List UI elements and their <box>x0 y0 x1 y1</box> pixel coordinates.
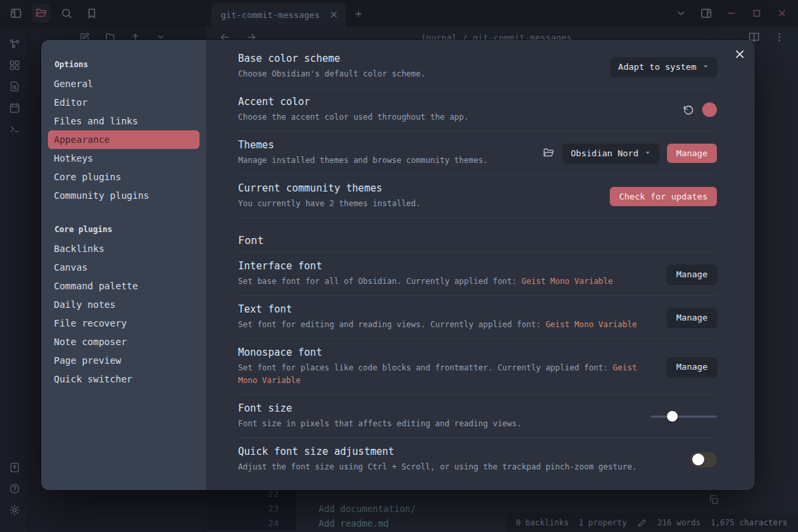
nav-item-file-recovery[interactable]: File recovery <box>48 314 200 332</box>
open-themes-folder-icon[interactable] <box>543 147 555 159</box>
desc-text: Set base font for all of Obsidian. Curre… <box>238 277 521 286</box>
nav-item-canvas[interactable]: Canvas <box>48 258 200 277</box>
setting-interface-font: Interface font Set base font for all of … <box>238 252 717 295</box>
nav-item-note-composer[interactable]: Note composer <box>48 332 200 351</box>
setting-monospace-font: Monospace font Set font for places like … <box>238 338 717 394</box>
settings-content: Base color scheme Choose Obsidian's defa… <box>206 40 755 490</box>
nav-item-quick-switcher[interactable]: Quick switcher <box>48 370 200 388</box>
setting-themes: Themes Manage installed themes and brows… <box>238 131 717 174</box>
setting-current-community-themes: Current community themes You currently h… <box>238 174 717 217</box>
setting-name: Interface font <box>238 260 613 273</box>
nav-item-general[interactable]: General <box>48 74 200 93</box>
applied-font-name: Geist Mono Variable <box>545 320 636 329</box>
dropdown-value: Obsidian Nord <box>571 148 638 158</box>
setting-font-size: Font size Font size in pixels that affec… <box>238 394 717 438</box>
check-for-updates-button[interactable]: Check for updates <box>610 187 717 206</box>
setting-name: Monospace font <box>238 346 642 359</box>
manage-monospace-font-button[interactable]: Manage <box>667 357 717 376</box>
setting-accent-color: Accent color Choose the accent color use… <box>238 88 717 131</box>
nav-item-core-plugins[interactable]: Core plugins <box>48 168 200 186</box>
slider-track <box>650 416 717 418</box>
setting-desc: Manage installed themes and browse commu… <box>238 154 488 167</box>
setting-desc: Choose the accent color used throughout … <box>238 111 469 124</box>
accent-color-swatch[interactable] <box>702 102 717 117</box>
nav-item-community-plugins[interactable]: Community plugins <box>48 186 200 205</box>
setting-name: Accent color <box>238 96 469 108</box>
nav-item-files-and-links[interactable]: Files and links <box>48 112 200 130</box>
modal-close-icon[interactable] <box>731 45 748 63</box>
reset-accent-icon[interactable] <box>683 104 694 116</box>
font-section-heading: Font <box>238 217 717 252</box>
setting-name: Themes <box>238 139 488 152</box>
base-color-scheme-dropdown[interactable]: Adapt to system <box>610 57 717 76</box>
setting-desc: Font size in pixels that affects editing… <box>238 418 521 430</box>
nav-item-daily-notes[interactable]: Daily notes <box>48 295 200 314</box>
quick-font-size-toggle[interactable] <box>690 452 717 467</box>
manage-text-font-button[interactable]: Manage <box>667 308 717 327</box>
nav-item-hotkeys[interactable]: Hotkeys <box>48 149 200 168</box>
setting-desc: Adjust the font size using Ctrl + Scroll… <box>238 461 637 473</box>
nav-item-appearance[interactable]: Appearance <box>48 130 200 149</box>
setting-desc: Set font for places like code blocks and… <box>238 362 642 387</box>
chevron-down-icon <box>702 63 709 70</box>
nav-item-command-palette[interactable]: Command palette <box>48 277 200 295</box>
setting-text-font: Text font Set font for editing and readi… <box>238 295 717 338</box>
setting-name: Current community themes <box>238 182 421 195</box>
setting-desc: You currently have 2 themes installed. <box>238 198 421 210</box>
desc-text: Set font for places like code blocks and… <box>238 363 613 372</box>
toggle-knob <box>692 454 704 466</box>
font-size-slider[interactable] <box>650 411 717 422</box>
settings-modal: Options General Editor Files and links A… <box>41 40 755 490</box>
setting-name: Base color scheme <box>238 53 426 65</box>
setting-base-color-scheme: Base color scheme Choose Obsidian's defa… <box>238 45 717 88</box>
nav-item-backlinks[interactable]: Backlinks <box>48 239 200 258</box>
setting-desc: Set font for editing and reading views. … <box>238 319 637 331</box>
setting-quick-font-size-adjustment: Quick font size adjustment Adjust the fo… <box>238 438 717 481</box>
nav-section-options: Options General Editor Files and links A… <box>41 57 206 205</box>
manage-themes-button[interactable]: Manage <box>667 144 717 163</box>
applied-font-name: Geist Mono Variable <box>521 277 612 286</box>
chevron-down-icon <box>644 150 651 156</box>
theme-dropdown[interactable]: Obsidian Nord <box>563 144 659 163</box>
desc-text: Set font for editing and reading views. … <box>238 320 545 329</box>
setting-name: Quick font size adjustment <box>238 446 637 458</box>
nav-item-page-preview[interactable]: Page preview <box>48 351 200 370</box>
settings-nav: Options General Editor Files and links A… <box>41 40 206 490</box>
slider-thumb[interactable] <box>667 411 678 422</box>
setting-name: Font size <box>238 402 521 415</box>
dropdown-value: Adapt to system <box>618 62 696 72</box>
obsidian-window: git-commit-messages <box>0 0 798 532</box>
nav-section-core-plugins: Core plugins Backlinks Canvas Command pa… <box>41 222 206 388</box>
nav-header-core-plugins: Core plugins <box>41 222 206 239</box>
nav-item-editor[interactable]: Editor <box>48 93 200 112</box>
manage-interface-font-button[interactable]: Manage <box>667 265 717 284</box>
setting-desc: Set base font for all of Obsidian. Curre… <box>238 275 613 288</box>
setting-desc: Choose Obsidian's default color scheme. <box>238 68 426 80</box>
setting-name: Text font <box>238 303 637 316</box>
nav-header-options: Options <box>41 57 206 74</box>
